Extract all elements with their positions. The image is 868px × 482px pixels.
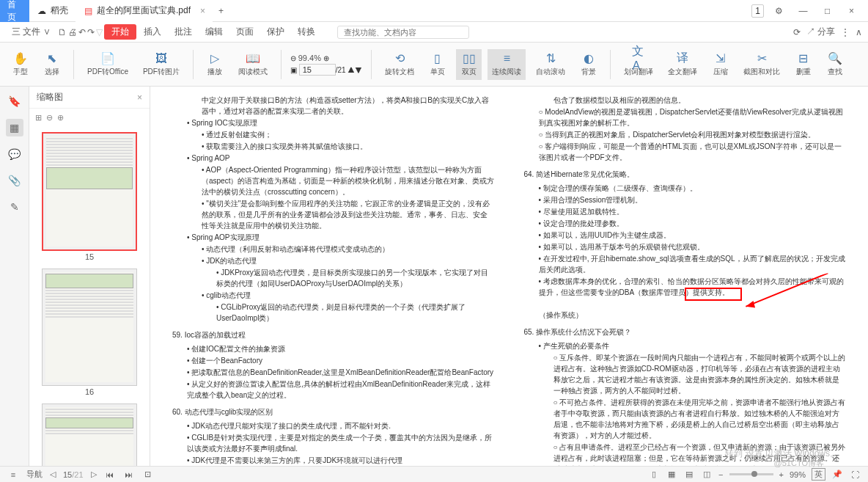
- file-menu[interactable]: 三 文件 ∨: [6, 23, 56, 40]
- user-badge[interactable]: 1: [751, 4, 764, 18]
- rotate-button[interactable]: ⟲旋转文档: [380, 49, 419, 80]
- thumbnails-icon[interactable]: ▦: [6, 119, 23, 136]
- nav-icon[interactable]: ≡: [7, 469, 19, 481]
- text: • 如果可以，选用UUID作为主键生成器。: [524, 230, 847, 241]
- stamp-icon[interactable]: ✎: [6, 198, 23, 216]
- menu-page[interactable]: 页面: [230, 23, 260, 40]
- text: • "横切关注"是会影响到整个应用程序的关注功能，它跟正常的业务逻辑是正交的，没…: [172, 198, 495, 231]
- text: 64. 简述Hibernate常见优化策略。: [524, 169, 847, 180]
- text: • 采用合理的Session管理机制。: [524, 194, 847, 205]
- zoom-in[interactable]: ⊕: [323, 54, 329, 62]
- pin-icon[interactable]: 📌: [831, 469, 843, 481]
- continuous[interactable]: ≡连续阅读: [488, 49, 526, 80]
- comment-icon[interactable]: 💬: [6, 145, 23, 163]
- read-mode[interactable]: 📖阅读模式: [234, 49, 272, 80]
- menu-comment[interactable]: 批注: [169, 23, 198, 40]
- tab-label: 稻壳: [51, 4, 68, 17]
- text: • 创建一个BeanFactory: [172, 355, 495, 366]
- text: ○ 当得到真正的视图对象后，DispatcherServlet会利用视图对象对模…: [524, 129, 847, 140]
- more-icon[interactable]: ⋮: [841, 27, 850, 37]
- page-up[interactable]: ⯅: [347, 66, 355, 74]
- double-page[interactable]: ▯▯双页: [456, 49, 482, 80]
- maximize-icon[interactable]: □: [818, 1, 836, 20]
- hand-icon: ✋: [14, 52, 27, 65]
- thumbnail-16[interactable]: [42, 269, 137, 386]
- double-icon: ▯▯: [463, 52, 476, 65]
- zoom-value: 99%: [790, 470, 806, 479]
- menu-icon[interactable]: 🗋: [58, 27, 67, 37]
- menu-icon[interactable]: ↶: [78, 27, 86, 37]
- page-total: /21: [336, 66, 346, 74]
- thumbnail-15[interactable]: [42, 132, 137, 251]
- tab-home[interactable]: 首页: [0, 0, 29, 22]
- thumb-grid-icon[interactable]: ⊞: [35, 113, 42, 123]
- menu-start[interactable]: 开始: [104, 24, 136, 40]
- select-tool[interactable]: ⬉选择: [39, 49, 65, 80]
- dedupe[interactable]: ⊟删重: [790, 49, 816, 80]
- tab-daoke[interactable]: ☁ 稻壳: [29, 0, 76, 22]
- text: • Spring IOC实现原理: [172, 117, 495, 128]
- pdf-to-image[interactable]: 🖼PDF转图片: [139, 49, 184, 80]
- text: • 创建IOC配置文件的抽象资源: [172, 343, 495, 354]
- thumb-zoom-out[interactable]: ⊖: [46, 113, 53, 123]
- play-button[interactable]: ▷播放: [202, 49, 228, 80]
- compress[interactable]: ⇲压缩: [707, 49, 733, 80]
- settings-icon[interactable]: ⚙: [770, 1, 788, 20]
- find[interactable]: 🔍查找: [822, 49, 847, 80]
- compress-icon: ⇲: [714, 52, 727, 65]
- tab-add[interactable]: +: [213, 6, 229, 16]
- menu-convert[interactable]: 转换: [292, 23, 321, 40]
- single-page[interactable]: ▯单页: [424, 49, 450, 80]
- share-button[interactable]: ↗ 分享: [806, 26, 835, 38]
- view-mode-4[interactable]: ◫: [701, 469, 713, 481]
- document-viewport[interactable]: 中定义好用于关联接口B的方法（构造器或setter方法），将类A和接口B的实现关…: [150, 87, 868, 466]
- zoom-in-status[interactable]: +: [779, 470, 784, 479]
- close-icon[interactable]: ×: [200, 6, 205, 16]
- screenshot[interactable]: ✂截图和对比: [739, 49, 784, 80]
- zoom-out[interactable]: ⊖: [290, 54, 296, 62]
- status-page[interactable]: 15/21: [63, 470, 84, 479]
- menu-protect[interactable]: 保护: [261, 23, 290, 40]
- zoom-level: 99.4%: [298, 54, 321, 62]
- lang-badge[interactable]: 英: [812, 468, 825, 481]
- thumbnail-17[interactable]: [42, 404, 137, 466]
- view-mode-2[interactable]: ▦: [666, 469, 677, 481]
- search-input[interactable]: [337, 26, 469, 39]
- fit-icon[interactable]: ⊡: [142, 469, 154, 481]
- page-prev[interactable]: ◁: [50, 470, 56, 479]
- menu-insert[interactable]: 插入: [138, 23, 167, 40]
- page-input[interactable]: 15: [299, 64, 336, 76]
- page-down[interactable]: ⯆: [355, 66, 362, 74]
- background[interactable]: ◐背景: [575, 49, 601, 80]
- auto-scroll[interactable]: ⇅自动滚动: [532, 49, 570, 80]
- thumb-zoom-in[interactable]: ⊕: [57, 113, 64, 123]
- menu-edit[interactable]: 编辑: [199, 23, 229, 40]
- hand-tool[interactable]: ✋手型: [7, 49, 33, 80]
- first-page[interactable]: ⏮: [104, 469, 116, 481]
- expand-icon[interactable]: ⛶: [849, 469, 861, 481]
- bookmark-icon[interactable]: 🔖: [6, 92, 23, 110]
- translate-selection[interactable]: 文A划词翻译: [619, 49, 658, 80]
- text: • 产生死锁的必要条件: [524, 340, 847, 351]
- page-next[interactable]: ▷: [91, 470, 97, 479]
- menu-icon[interactable]: 🖨: [68, 27, 77, 37]
- translate-icon: 文A: [632, 52, 645, 65]
- menu-icon[interactable]: ↷: [87, 27, 95, 37]
- view-mode-1[interactable]: ▯: [648, 469, 660, 481]
- close-window-icon[interactable]: ×: [842, 1, 861, 20]
- last-page[interactable]: ⏭: [123, 469, 135, 481]
- zoom-slider[interactable]: [729, 473, 773, 475]
- collapse-icon[interactable]: ∧: [856, 27, 862, 37]
- translate-full[interactable]: 译全文翻译: [663, 49, 702, 80]
- cloud-sync-icon[interactable]: ⟳: [793, 27, 801, 37]
- dedupe-icon: ⊟: [797, 52, 810, 65]
- tab-document[interactable]: ▤ 超全的阿里面试宝典.pdf ×: [76, 0, 213, 22]
- zoom-out-status[interactable]: −: [718, 470, 723, 479]
- attachment-icon[interactable]: 📎: [6, 172, 23, 189]
- convert-icon: 📄: [101, 52, 114, 65]
- minimize-icon[interactable]: —: [794, 1, 812, 20]
- view-mode-3[interactable]: ▤: [683, 469, 695, 481]
- close-panel-icon[interactable]: ×: [137, 92, 142, 103]
- continuous-icon: ≡: [500, 52, 513, 65]
- pdf-to-office[interactable]: 📄PDF转Office: [83, 49, 133, 80]
